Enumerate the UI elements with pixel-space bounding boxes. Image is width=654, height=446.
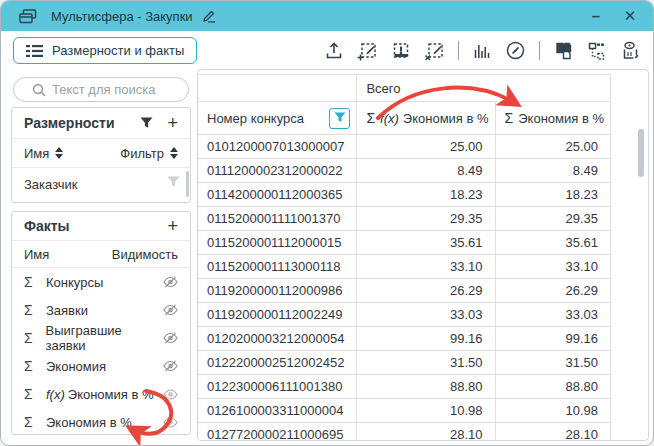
- economy-cell[interactable]: 18.23: [495, 183, 610, 207]
- search-icon: [32, 83, 46, 97]
- bar-chart-icon[interactable]: [472, 41, 492, 61]
- dimensions-facts-panel-button[interactable]: Размерности и факты: [13, 37, 197, 64]
- alert-selection-icon[interactable]: [391, 41, 411, 61]
- contest-number-cell[interactable]: 0120200003212000054: [198, 327, 357, 351]
- fact-row[interactable]: ΣКонкурсы: [12, 268, 190, 296]
- fx-economy-cell[interactable]: 35.61: [357, 231, 495, 255]
- toolbar: Размерности и факты: [1, 31, 653, 69]
- hidden-facts-icon[interactable]: [620, 40, 641, 61]
- economy-cell[interactable]: 88.80: [495, 375, 610, 399]
- add-dimension-button[interactable]: +: [167, 114, 178, 132]
- fact-row[interactable]: ΣЗаявки: [12, 296, 190, 324]
- sort-name-icon[interactable]: [55, 147, 63, 159]
- pivot-table: Всего Номер конкурса Σf(x)Экономия в %: [197, 74, 611, 441]
- filter-icon[interactable]: [167, 176, 180, 189]
- fx-economy-cell[interactable]: 88.80: [357, 375, 495, 399]
- dimensions-section: Размерности + Имя Фильтр Заказчик: [11, 107, 191, 203]
- facts-name-column[interactable]: Имя: [24, 247, 49, 262]
- economy-cell[interactable]: 28.10: [495, 423, 610, 442]
- group-header-total[interactable]: Всего: [357, 75, 611, 102]
- filter-dimensions-icon[interactable]: [140, 117, 153, 130]
- eye-slash-icon[interactable]: [163, 276, 178, 288]
- fx-economy-cell[interactable]: 25.00: [357, 135, 495, 159]
- sort-filter-icon[interactable]: [170, 147, 178, 159]
- economy-cell[interactable]: 31.50: [495, 351, 610, 375]
- search-input[interactable]: [52, 82, 170, 97]
- table-row: 01112000023120000228.498.49: [198, 159, 611, 183]
- fx-economy-cell[interactable]: 33.03: [357, 303, 495, 327]
- eye-slash-icon[interactable]: [163, 360, 178, 372]
- contest-number-cell[interactable]: 0126100003311000004: [198, 399, 357, 423]
- dimensions-scrollbar[interactable]: [186, 171, 189, 197]
- contest-number-filter-button[interactable]: [329, 108, 350, 129]
- rename-icon[interactable]: [201, 9, 216, 23]
- column-header-fx-economy[interactable]: Σf(x)Экономия в %: [357, 102, 495, 135]
- table-row: 011420000011200036518.2318.23: [198, 183, 611, 207]
- fx-economy-cell[interactable]: 33.10: [357, 255, 495, 279]
- fact-row[interactable]: ΣВыигравшие заявки: [12, 324, 190, 352]
- dimension-row-customer[interactable]: Заказчик: [12, 168, 190, 200]
- fact-row[interactable]: Σf(x)Экономия в %: [12, 380, 190, 408]
- contest-number-cell[interactable]: 0119200000112002249: [198, 303, 357, 327]
- add-fact-button[interactable]: +: [167, 217, 178, 235]
- fact-row[interactable]: ΣЭкономия в %: [12, 408, 190, 436]
- fx-economy-cell[interactable]: 29.35: [357, 207, 495, 231]
- contest-number-cell[interactable]: 0115200001111001370: [198, 207, 357, 231]
- hierarchy-icon[interactable]: [586, 41, 607, 61]
- economy-cell[interactable]: 35.61: [495, 231, 610, 255]
- economy-cell[interactable]: 33.10: [495, 255, 610, 279]
- fx-economy-cell[interactable]: 8.49: [357, 159, 495, 183]
- export-icon[interactable]: [324, 41, 344, 61]
- sigma-icon: Σ: [24, 386, 46, 402]
- dimensions-filter-column[interactable]: Фильтр: [120, 146, 164, 161]
- eye-slash-icon[interactable]: [163, 332, 178, 344]
- contest-number-cell[interactable]: 0122200002512002452: [198, 351, 357, 375]
- economy-cell[interactable]: 33.03: [495, 303, 610, 327]
- economy-cell[interactable]: 29.35: [495, 207, 610, 231]
- fx-economy-cell[interactable]: 26.29: [357, 279, 495, 303]
- minimize-button[interactable]: –: [587, 1, 605, 31]
- column-header-contest-number[interactable]: Номер конкурса: [198, 102, 357, 135]
- facts-visibility-column[interactable]: Видимость: [112, 247, 178, 262]
- fx-economy-cell[interactable]: 28.10: [357, 423, 495, 442]
- compass-icon[interactable]: [505, 40, 526, 61]
- dimensions-facts-panel: Размерности + Имя Фильтр Заказчик: [11, 75, 191, 435]
- economy-cell[interactable]: 8.49: [495, 159, 610, 183]
- contest-number-cell[interactable]: 0122300006111001380: [198, 375, 357, 399]
- contest-number-cell[interactable]: 0115200001112000015: [198, 231, 357, 255]
- contest-number-cell[interactable]: 0127720000211000695: [198, 423, 357, 442]
- table-row: 012772000021100069528.1028.10: [198, 423, 611, 442]
- fact-row[interactable]: ΣЭкономия: [12, 352, 190, 380]
- economy-cell[interactable]: 10.98: [495, 399, 610, 423]
- copy-multisphere-icon[interactable]: [553, 41, 573, 61]
- fx-economy-cell[interactable]: 31.50: [357, 351, 495, 375]
- column-header-economy[interactable]: ΣЭкономия в %: [495, 102, 610, 135]
- contest-number-cell[interactable]: 0101200007013000007: [198, 135, 357, 159]
- fx-economy-cell[interactable]: 99.16: [357, 327, 495, 351]
- contest-number-cell[interactable]: 0114200000112000365: [198, 183, 357, 207]
- economy-cell[interactable]: 26.29: [495, 279, 610, 303]
- search-box[interactable]: [13, 77, 189, 102]
- economy-cell[interactable]: 99.16: [495, 327, 610, 351]
- eye-icon[interactable]: [163, 389, 178, 400]
- fx-economy-cell[interactable]: 10.98: [357, 399, 495, 423]
- contest-number-cell[interactable]: 0111200002312000022: [198, 159, 357, 183]
- eye-slash-icon[interactable]: [163, 304, 178, 316]
- grid-scrollbar-thumb[interactable]: [638, 129, 644, 177]
- fx-economy-cell[interactable]: 18.23: [357, 183, 495, 207]
- eye-icon[interactable]: [163, 417, 178, 428]
- contest-number-cell[interactable]: 0115200001113000118: [198, 255, 357, 279]
- dimensions-name-column[interactable]: Имя: [24, 146, 49, 161]
- sigma-icon: Σ: [24, 330, 46, 346]
- economy-cell[interactable]: 25.00: [495, 135, 610, 159]
- contest-number-cell[interactable]: 0119200000112000986: [198, 279, 357, 303]
- add-dimension-icon[interactable]: [357, 41, 378, 61]
- toolbar-separator: [539, 41, 540, 60]
- table-row: 011520000111300011833.1033.10: [198, 255, 611, 279]
- table-row: 011920000011200224933.0333.03: [198, 303, 611, 327]
- table-row: 010120000701300000725.0025.00: [198, 135, 611, 159]
- fact-name: Экономия: [46, 359, 106, 374]
- remove-dimension-icon[interactable]: [424, 41, 445, 61]
- title-bar: Мультисфера - Закупки – ✕: [1, 1, 653, 31]
- close-button[interactable]: ✕: [621, 1, 639, 31]
